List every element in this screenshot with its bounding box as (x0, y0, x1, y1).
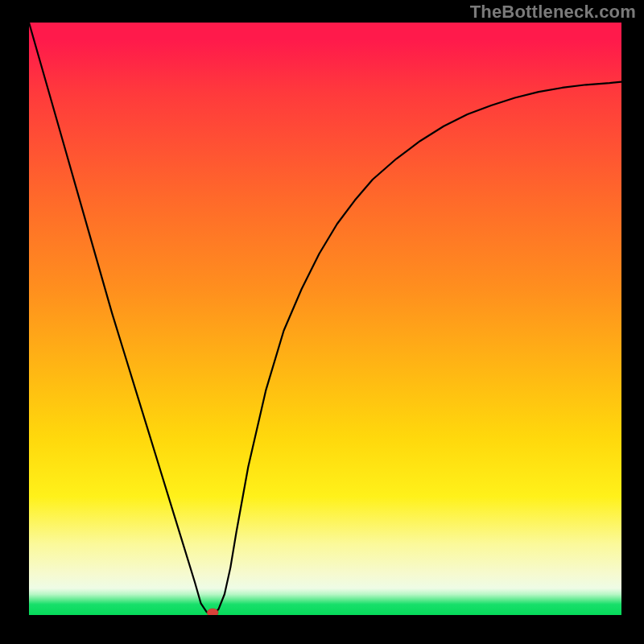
bottleneck-curve (29, 23, 621, 615)
chart-frame: TheBottleneck.com (0, 0, 644, 644)
minimum-marker (207, 609, 218, 615)
curve-layer (29, 23, 621, 615)
watermark-text: TheBottleneck.com (470, 2, 636, 23)
plot-area (29, 23, 621, 615)
